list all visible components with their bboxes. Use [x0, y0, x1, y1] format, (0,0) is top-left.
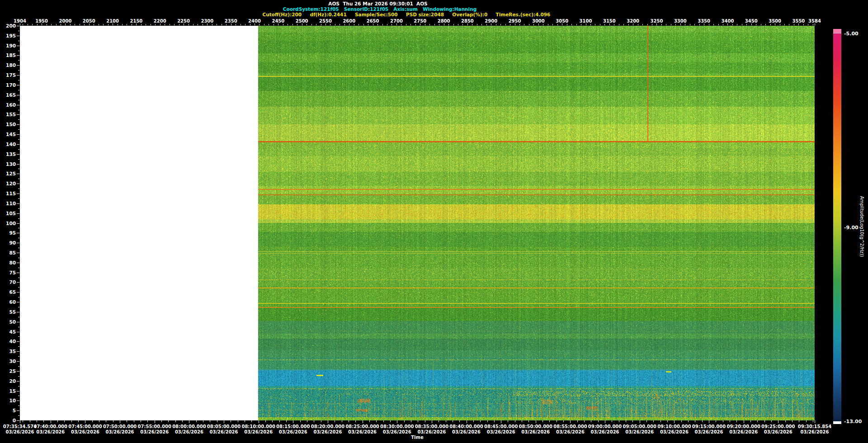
time-axis-minor-tick — [612, 420, 612, 422]
freq-axis-minor-tick — [18, 396, 19, 396]
freq-axis-minor-tick — [18, 405, 19, 406]
time-axis-minor-tick — [806, 420, 807, 422]
time-axis-minor-tick — [771, 420, 772, 422]
freq-axis-tick — [17, 381, 19, 382]
time-axis-minor-tick — [799, 420, 799, 422]
header-coord-params: CoordSystem:121f05 SensorID:121f05 Axis:… — [283, 6, 476, 12]
time-axis-minor-tick — [508, 420, 508, 422]
top-axis-minor-tick — [519, 24, 520, 25]
time-axis-minor-tick — [349, 420, 349, 422]
top-axis-minor-tick — [780, 24, 780, 25]
time-axis-minor-tick — [557, 420, 557, 422]
time-axis-minor-tick — [161, 420, 162, 422]
time-axis-minor-tick — [189, 420, 189, 422]
time-axis-minor-tick — [757, 420, 758, 422]
time-label: 09:30:15.854 — [798, 424, 831, 429]
top-axis-label: 3100 — [580, 19, 592, 24]
top-axis-minor-tick — [434, 24, 435, 25]
top-axis-label: 2700 — [390, 19, 403, 24]
freq-axis-minor-tick — [18, 169, 19, 169]
top-axis-minor-tick — [718, 24, 719, 25]
colorbar-overrange-cap — [833, 29, 841, 33]
time-axis-minor-tick — [134, 420, 134, 422]
time-label: 09:15:00.000 — [692, 424, 726, 429]
time-axis-minor-tick — [64, 420, 65, 422]
top-axis-label: 2950 — [509, 19, 521, 24]
time-label: 08:00:00.000 — [172, 424, 206, 429]
top-axis-label: 2850 — [461, 19, 474, 24]
top-axis-minor-tick — [103, 24, 104, 25]
top-axis-minor-tick — [359, 24, 359, 25]
top-axis-minor-tick — [217, 24, 217, 25]
freq-axis-tick — [17, 26, 19, 26]
top-axis-tick — [586, 24, 586, 25]
freq-axis-minor-tick — [18, 366, 19, 367]
freq-axis-minor-tick — [18, 268, 19, 268]
freq-axis-minor-tick — [18, 327, 19, 327]
freq-axis-tick — [17, 341, 19, 342]
time-label: 08:20:00.000 — [311, 424, 344, 429]
freq-axis-tick — [17, 36, 19, 36]
time-axis-minor-tick — [106, 420, 106, 422]
freq-axis-tick — [17, 203, 19, 204]
freq-axis-tick — [17, 55, 19, 56]
freq-axis-label: 135 — [0, 151, 16, 157]
freq-axis-minor-tick — [18, 31, 19, 31]
spectrogram-canvas[interactable] — [20, 26, 815, 420]
top-axis-label: 2800 — [438, 19, 450, 24]
time-label: 08:55:00.000 — [553, 424, 587, 429]
time-label: 08:45:00.000 — [484, 424, 518, 429]
freq-axis-minor-tick — [18, 149, 19, 150]
date-label: 03/26/2026 — [106, 429, 134, 434]
time-axis-minor-tick — [764, 420, 765, 422]
freq-axis-label: 140 — [0, 141, 16, 147]
top-axis-label: 3584 — [808, 19, 821, 24]
date-label: 03/26/2026 — [556, 429, 585, 434]
time-label: 08:15:00.000 — [276, 424, 310, 429]
time-axis-minor-tick — [695, 420, 695, 422]
time-axis-minor-tick — [259, 420, 259, 422]
top-axis-tick — [207, 24, 208, 25]
freq-axis-minor-tick — [18, 80, 19, 80]
top-axis-minor-tick — [311, 24, 312, 25]
freq-axis-tick — [17, 184, 19, 184]
top-axis-minor-tick — [694, 24, 695, 25]
freq-axis-label: 0 — [0, 418, 16, 423]
time-axis-minor-tick — [321, 420, 321, 422]
top-axis-minor-tick — [614, 24, 614, 25]
top-axis-minor-tick — [118, 24, 118, 25]
time-axis-minor-tick — [480, 420, 481, 422]
time-axis-minor-tick — [446, 420, 446, 422]
top-axis-minor-tick — [429, 24, 430, 25]
time-axis-minor-tick — [730, 420, 730, 422]
header-dsp-params: Cutoff(Hz):200 df(Hz):0.2441 Sample/Sec:… — [263, 12, 551, 17]
top-axis-minor-tick — [340, 24, 340, 25]
time-axis-minor-tick — [750, 420, 751, 422]
time-label: 07:45:00.000 — [68, 424, 102, 429]
top-axis-label: 2100 — [106, 19, 119, 24]
top-axis-minor-tick — [486, 24, 487, 25]
top-axis-tick — [20, 24, 20, 25]
top-axis-minor-tick — [51, 24, 52, 25]
freq-axis-minor-tick — [18, 346, 19, 347]
time-axis-minor-tick — [813, 420, 813, 422]
top-axis-minor-tick — [392, 24, 392, 25]
time-axis-minor-tick — [702, 420, 703, 422]
time-axis-minor-tick — [515, 420, 515, 422]
top-axis-minor-tick — [377, 24, 378, 25]
time-axis-minor-tick — [528, 420, 529, 422]
top-axis-tick — [420, 24, 420, 25]
spectrogram-app: AOS Thu 26 Mar 2026 09:30:01 AOS CoordSy… — [0, 0, 868, 443]
top-axis-minor-tick — [529, 24, 529, 25]
freq-axis-label: 90 — [0, 240, 16, 245]
top-axis-minor-tick — [28, 24, 28, 25]
time-axis-minor-tick — [459, 420, 460, 422]
top-axis-minor-tick — [453, 24, 454, 25]
date-label: 03/26/2026 — [452, 429, 481, 434]
freq-axis-tick — [17, 124, 19, 125]
top-axis-label: 3350 — [698, 19, 710, 24]
freq-axis-label: 185 — [0, 52, 16, 58]
freq-axis-tick — [17, 193, 19, 194]
time-axis-minor-tick — [175, 420, 176, 422]
time-axis-minor-tick — [425, 420, 425, 422]
